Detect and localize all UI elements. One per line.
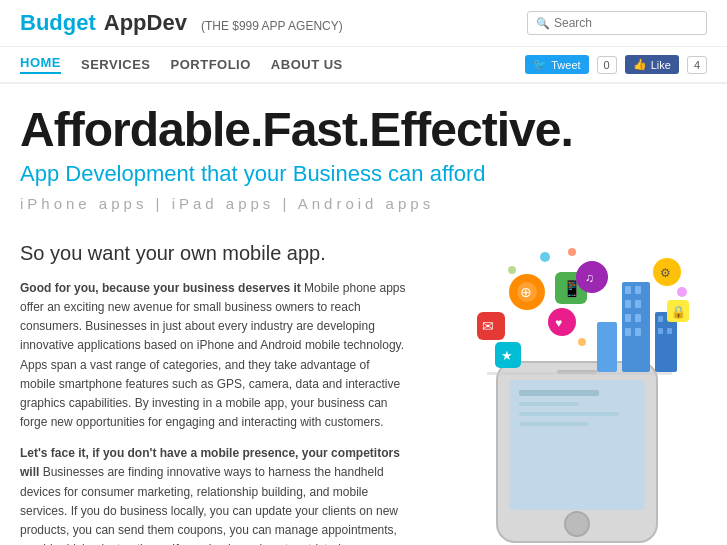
tweet-icon: 🐦 xyxy=(533,58,547,71)
search-input[interactable] xyxy=(554,16,698,30)
svg-rect-10 xyxy=(635,286,641,294)
svg-rect-8 xyxy=(622,282,650,372)
svg-rect-20 xyxy=(658,328,663,334)
svg-text:♥: ♥ xyxy=(555,316,562,330)
paragraph-1: Good for you, because your business dese… xyxy=(20,279,407,433)
svg-text:⚙: ⚙ xyxy=(660,266,671,280)
search-icon: 🔍 xyxy=(536,17,550,30)
svg-point-6 xyxy=(565,512,589,536)
section-title: So you want your own mobile app. xyxy=(20,242,407,265)
nav-links: HOME SERVICES PORTFOLIO ABOUT US xyxy=(20,55,343,74)
nav-item-about[interactable]: ABOUT US xyxy=(271,57,343,72)
svg-rect-22 xyxy=(597,322,617,372)
tweet-label: Tweet xyxy=(551,59,580,71)
svg-text:✉: ✉ xyxy=(482,318,494,334)
svg-rect-45 xyxy=(487,372,672,375)
svg-rect-11 xyxy=(625,300,631,308)
logo-budget[interactable]: Budget xyxy=(20,10,96,36)
tweet-count: 0 xyxy=(597,56,617,74)
nav-item-services[interactable]: SERVICES xyxy=(81,57,151,72)
svg-rect-3 xyxy=(519,402,579,406)
nav-item-home[interactable]: HOME xyxy=(20,55,61,74)
nav-item-portfolio[interactable]: PORTFOLIO xyxy=(171,57,251,72)
para1-strong: Good for you, because your business dese… xyxy=(20,281,301,295)
hero-subheadline: App Development that your Business can a… xyxy=(20,161,707,187)
logo-area: BudgetAppDev (THE $999 APP AGENCY) xyxy=(20,10,343,36)
logo-appdev[interactable]: AppDev xyxy=(104,10,187,36)
like-label: Like xyxy=(651,59,671,71)
phone-illustration: ⊕ 📱 ✉ ♫ ⚙ ★ ♥ 🔒 xyxy=(427,242,697,545)
para2-rest: Businesses are finding innovative ways t… xyxy=(20,465,398,545)
svg-point-41 xyxy=(568,248,576,256)
header: BudgetAppDev (THE $999 APP AGENCY) 🔍 xyxy=(0,0,727,47)
svg-point-44 xyxy=(578,338,586,346)
svg-rect-5 xyxy=(519,422,589,426)
like-icon: 👍 xyxy=(633,58,647,71)
hero-apps: iPhone apps | iPad apps | Android apps xyxy=(20,195,707,212)
svg-point-42 xyxy=(508,266,516,274)
hero-section: Affordable.Fast.Effective. App Developme… xyxy=(0,84,727,222)
svg-rect-9 xyxy=(625,286,631,294)
svg-text:⊕: ⊕ xyxy=(520,284,532,300)
svg-rect-2 xyxy=(519,390,599,396)
svg-rect-14 xyxy=(635,314,641,322)
svg-point-40 xyxy=(540,252,550,262)
tweet-button[interactable]: 🐦 Tweet xyxy=(525,55,588,74)
svg-rect-1 xyxy=(509,380,645,510)
svg-text:★: ★ xyxy=(501,348,513,363)
search-box[interactable]: 🔍 xyxy=(527,11,707,35)
svg-rect-18 xyxy=(658,316,663,322)
content-left: So you want your own mobile app. Good fo… xyxy=(20,242,407,545)
main-content: So you want your own mobile app. Good fo… xyxy=(0,222,727,545)
svg-rect-12 xyxy=(635,300,641,308)
para1-rest: Mobile phone apps offer an exciting new … xyxy=(20,281,406,429)
social-buttons: 🐦 Tweet 0 👍 Like 4 xyxy=(525,55,707,74)
content-right: ⊕ 📱 ✉ ♫ ⚙ ★ ♥ 🔒 xyxy=(427,242,707,545)
svg-rect-13 xyxy=(625,314,631,322)
hero-headline: Affordable.Fast.Effective. xyxy=(20,104,707,157)
svg-text:♫: ♫ xyxy=(585,271,594,285)
like-count: 4 xyxy=(687,56,707,74)
svg-rect-4 xyxy=(519,412,619,416)
svg-rect-16 xyxy=(635,328,641,336)
nav: HOME SERVICES PORTFOLIO ABOUT US 🐦 Tweet… xyxy=(0,47,727,84)
svg-point-43 xyxy=(677,287,687,297)
paragraph-2: Let's face it, if you don't have a mobil… xyxy=(20,444,407,545)
svg-text:🔒: 🔒 xyxy=(671,304,686,319)
svg-rect-21 xyxy=(667,328,672,334)
like-button[interactable]: 👍 Like xyxy=(625,55,679,74)
logo-agency: (THE $999 APP AGENCY) xyxy=(201,19,343,33)
svg-rect-15 xyxy=(625,328,631,336)
